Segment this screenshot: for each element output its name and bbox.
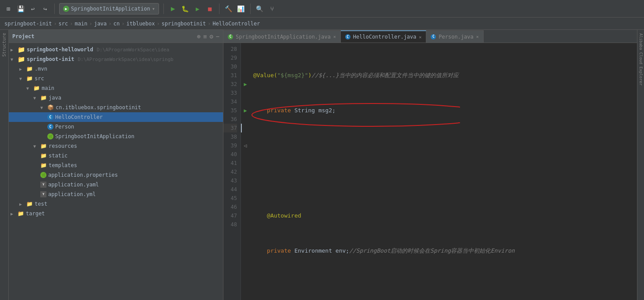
undo-icon[interactable]: ↩ [28, 4, 38, 14]
tree-item-springboot-init[interactable]: ▼ 📁 springboot-init D:\AProgramWorkSpace… [9, 54, 223, 64]
profile-icon[interactable]: 📊 [236, 4, 246, 14]
ln-28: 28 [223, 45, 237, 54]
alibaba-cloud-tab[interactable]: Alibaba Cloud Explorer [638, 32, 644, 87]
ln-39: 39 [223, 141, 237, 150]
tree-item-target[interactable]: ▶ 📁 target [9, 209, 223, 218]
stop-button[interactable]: ■ [205, 4, 215, 14]
breadcrumb-java[interactable]: java [94, 21, 107, 27]
class-icon-hellocontroller: C [47, 114, 53, 120]
ann-autowired-32: @Autowired [253, 211, 301, 220]
gutter-34 [241, 97, 250, 106]
project-close-icon[interactable]: − [216, 33, 219, 40]
tree-item-hellocontroller[interactable]: C HelloController [9, 112, 223, 122]
project-settings-icon[interactable]: ⚙ [209, 33, 213, 40]
redo-icon[interactable]: ↪ [40, 4, 50, 14]
code-line-34 [253, 282, 633, 290]
code-content[interactable]: @Value("${msg2}")//${...}当中的内容必须和配置文件当中的… [250, 43, 637, 300]
tree-item-templates[interactable]: 📁 templates [9, 161, 223, 170]
project-tree: ▶ 📁 springboot-helloworld D:\AProgramWor… [9, 43, 223, 300]
tree-item-app-yml[interactable]: Y application.yml [9, 189, 223, 199]
tab-springbootapp[interactable]: C SpringbootInitApplication.java ✕ [223, 30, 341, 43]
gutter-28 [241, 45, 250, 54]
label-package: cn.itbluebox.springbootinit [56, 104, 141, 111]
tab-close-springbootapp[interactable]: ✕ [333, 34, 336, 39]
tree-item-person[interactable]: C Person [9, 122, 223, 132]
tree-item-app-props[interactable]: 🌿 application.properties [9, 170, 223, 180]
gutter-48 [241, 220, 250, 229]
tree-item-mvn[interactable]: ▶ 📁 .mvn [9, 64, 223, 74]
breadcrumb-src[interactable]: src [59, 21, 68, 27]
run-config-dropdown[interactable]: ▶ SpringbootInitApplication ▾ [59, 3, 159, 14]
folder-icon-test: 📁 [26, 201, 33, 207]
ln-38: 38 [223, 132, 237, 141]
tab-hellocontroller[interactable]: C HelloController.java ✕ [341, 30, 427, 43]
tab-close-hellocontroller[interactable]: ✕ [419, 35, 421, 39]
tree-item-test[interactable]: ▶ 📁 test [9, 199, 223, 209]
ln-36: 36 [223, 115, 237, 124]
tab-icon-hellocontroller: C [345, 34, 350, 39]
breadcrumb-root[interactable]: springboot-init [4, 21, 52, 27]
grid-icon[interactable]: ⊞ [4, 4, 13, 14]
breadcrumb-class[interactable]: HelloController [212, 21, 260, 27]
gutter-47 [241, 211, 250, 220]
breadcrumb-springbootinit[interactable]: springbootinit [162, 21, 206, 27]
tree-item-resources[interactable]: ▼ 📁 resources [9, 141, 223, 151]
run-button[interactable]: ▶ [168, 4, 178, 14]
label-app-yaml: application.yaml [48, 182, 99, 188]
debug-button[interactable]: 🐛 [180, 4, 190, 14]
spring-icon-app: 🌿 [47, 133, 53, 139]
code-line-30 [253, 141, 633, 150]
ln-41: 41 [223, 159, 237, 168]
tree-item-springbootapp[interactable]: 🌿 SpringbootInitApplication [9, 132, 223, 141]
label-test: test [35, 201, 47, 207]
comment-28: //${...}当中的内容必须和配置文件当中的键的值所对应 [311, 71, 459, 80]
class-icon-person: C [47, 124, 53, 130]
save-icon[interactable]: 💾 [16, 4, 25, 14]
folder-icon-resources: 📁 [40, 143, 47, 149]
arrow-target: ▶ [11, 211, 16, 216]
arrow-main: ▼ [26, 86, 32, 91]
run-config-label: SpringbootInitApplication [71, 6, 150, 12]
tree-item-static[interactable]: 📁 static [9, 151, 223, 161]
tab-label-hellocontroller: HelloController.java [353, 34, 417, 40]
path-init: D:\AProgramWorkSpace\idea\springb [78, 57, 173, 62]
ln-42: 42 [223, 168, 237, 176]
breadcrumb: springboot-init › src › main › java › cn… [0, 18, 644, 30]
breadcrumb-itbluebox[interactable]: itbluebox [127, 21, 155, 27]
ln-30: 30 [223, 62, 237, 71]
gutter-37-cursor [241, 124, 250, 132]
build-icon[interactable]: 🔨 [224, 4, 234, 14]
git-icon[interactable]: ⑂ [267, 4, 277, 14]
arrow-resources: ▼ [33, 144, 39, 149]
sep2 [163, 4, 164, 14]
gutter-41 [241, 159, 250, 168]
package-icon: 📦 [47, 104, 54, 111]
gutter-43 [241, 176, 250, 185]
tree-item-java[interactable]: ▼ 📁 java [9, 93, 223, 103]
breadcrumb-cn[interactable]: cn [113, 21, 120, 27]
label-resources: resources [49, 143, 77, 149]
ln-43: 43 [223, 176, 237, 185]
gutter-32: ▶ [241, 80, 250, 89]
project-add-icon[interactable]: ⊕ [197, 33, 200, 40]
tab-person[interactable]: C Person.java ✕ [426, 30, 484, 43]
tree-item-app-yaml[interactable]: Y application.yaml [9, 180, 223, 189]
tree-item-main[interactable]: ▼ 📁 main [9, 83, 223, 93]
project-collapse-icon[interactable]: ≡ [203, 33, 207, 40]
tree-item-package[interactable]: ▼ 📦 cn.itbluebox.springbootinit [9, 103, 223, 112]
project-title: Project [12, 33, 194, 39]
yml-icon: Y [40, 191, 46, 197]
str-msg2-val: "${msg2}" [277, 71, 308, 80]
gutter-31 [241, 71, 250, 80]
search-icon[interactable]: 🔍 [255, 4, 265, 14]
tab-close-person[interactable]: ✕ [476, 34, 479, 39]
breadcrumb-main[interactable]: main [75, 21, 88, 27]
gutter-38 [241, 132, 250, 141]
tree-item-helloworld[interactable]: ▶ 📁 springboot-helloworld D:\AProgramWor… [9, 45, 223, 54]
structure-tab[interactable]: Structure [1, 32, 7, 58]
tree-item-src[interactable]: ▼ 📁 src [9, 74, 223, 83]
run-coverage-button[interactable]: ▶ [193, 4, 202, 14]
spring-icon-props: 🌿 [40, 172, 46, 178]
code-gutter: ▶ ▶ ◁ [241, 43, 250, 300]
gutter-30 [241, 62, 250, 71]
